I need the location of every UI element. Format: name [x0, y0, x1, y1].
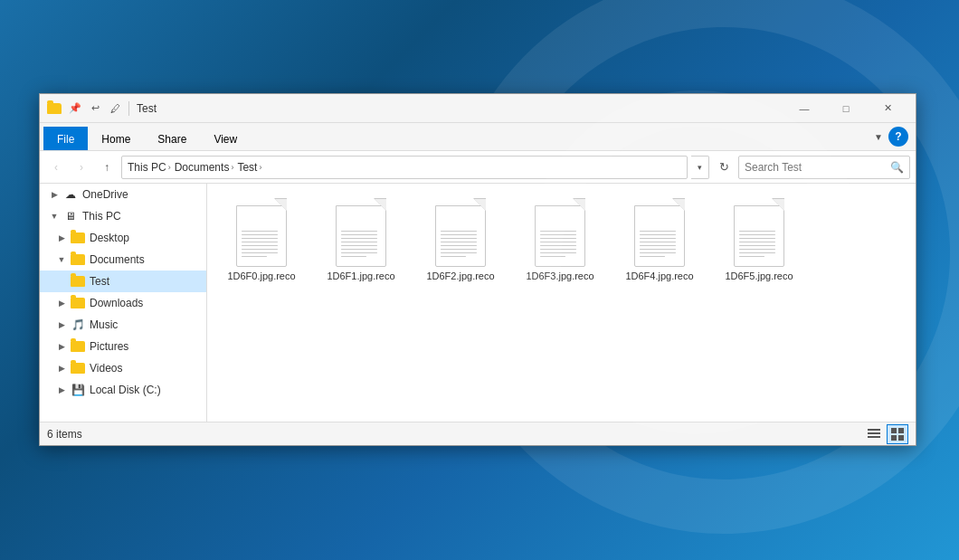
file-name-2: 1D6F2.jpg.reco [426, 271, 494, 282]
svg-rect-3 [891, 428, 897, 433]
sidebar-item-localdisk[interactable]: ▶ 💾 Local Disk (C:) [40, 379, 206, 401]
ribbon: File Home Share View ▼ ? [40, 123, 916, 151]
file-icon-1 [332, 198, 390, 267]
file-item-4[interactable]: 1D6F4.jpg.reco [614, 193, 705, 288]
main-area: ▶ ☁ OneDrive ▼ 🖥 This PC ▶ Desktop [40, 184, 916, 422]
title-separator [128, 101, 129, 116]
svg-rect-5 [891, 435, 897, 441]
file-icon-3 [531, 198, 589, 267]
address-bar: ‹ › ↑ This PC › Documents › Test › ▾ ↻ 🔍 [40, 151, 916, 184]
title-bar: 📌 ↩ 🖊 Test — □ ✕ [40, 94, 916, 123]
file-name-0: 1D6F0.jpg.reco [227, 271, 295, 282]
search-input[interactable] [745, 161, 890, 174]
file-explorer-window: 📌 ↩ 🖊 Test — □ ✕ File Home Share View ▼ … [39, 93, 916, 446]
forward-button[interactable]: › [71, 157, 92, 178]
up-button[interactable]: ↑ [96, 157, 118, 178]
pictures-label: Pictures [90, 340, 128, 353]
svg-rect-1 [868, 432, 880, 434]
pictures-toggle[interactable]: ▶ [54, 336, 69, 357]
help-button[interactable]: ? [888, 127, 908, 147]
file-icon-5 [730, 198, 788, 267]
file-name-4: 1D6F4.jpg.reco [625, 271, 693, 282]
search-icon[interactable]: 🔍 [890, 161, 904, 174]
tab-share[interactable]: Share [144, 127, 200, 150]
file-icon-0 [233, 198, 290, 267]
music-folder-icon: 🎵 [69, 316, 87, 334]
sidebar-item-desktop[interactable]: ▶ Desktop [40, 227, 206, 249]
sidebar-item-pictures[interactable]: ▶ Pictures [40, 336, 206, 357]
content-area: 1D6F0.jpg.reco [207, 184, 916, 422]
list-view-icon [868, 428, 880, 441]
downloads-toggle[interactable]: ▶ [54, 292, 69, 314]
status-bar: 6 items [40, 422, 916, 445]
file-name-1: 1D6F1.jpg.reco [327, 271, 394, 282]
desktop-label: Desktop [90, 232, 129, 244]
ribbon-expand-icon[interactable]: ▼ [869, 127, 888, 147]
close-button[interactable]: ✕ [867, 94, 908, 123]
file-icon-4 [631, 198, 688, 267]
sidebar-item-test[interactable]: Test [40, 271, 206, 292]
disk-icon: 💾 [69, 381, 87, 399]
music-label: Music [90, 318, 118, 331]
sidebar: ▶ ☁ OneDrive ▼ 🖥 This PC ▶ Desktop [40, 184, 207, 422]
breadcrumb-test[interactable]: Test › [237, 161, 261, 174]
tab-view[interactable]: View [200, 127, 251, 150]
sidebar-item-downloads[interactable]: ▶ Downloads [40, 292, 206, 314]
sidebar-item-thispc[interactable]: ▼ 🖥 This PC [40, 205, 206, 227]
file-item-1[interactable]: 1D6F1.jpg.reco [316, 193, 406, 288]
sidebar-item-music[interactable]: ▶ 🎵 Music [40, 314, 206, 336]
file-item-2[interactable]: 1D6F2.jpg.reco [415, 193, 506, 288]
quick-access-properties-button[interactable]: 🖊 [105, 99, 125, 119]
sidebar-item-documents[interactable]: ▼ Documents [40, 249, 206, 271]
svg-rect-6 [898, 435, 904, 441]
sidebar-item-onedrive[interactable]: ▶ ☁ OneDrive [40, 184, 206, 205]
onedrive-toggle[interactable]: ▶ [47, 184, 62, 205]
test-folder-icon [69, 272, 87, 290]
localdisk-toggle[interactable]: ▶ [54, 379, 69, 401]
test-label: Test [90, 275, 109, 288]
window-title: Test [137, 102, 783, 115]
breadcrumb-documents[interactable]: Documents › [175, 161, 234, 174]
address-path[interactable]: This PC › Documents › Test › [121, 156, 688, 179]
tab-home[interactable]: Home [88, 127, 144, 150]
documents-label: Documents [90, 253, 145, 266]
localdisk-label: Local Disk (C:) [90, 384, 161, 396]
videos-toggle[interactable]: ▶ [54, 357, 69, 379]
file-item-3[interactable]: 1D6F3.jpg.reco [515, 193, 605, 288]
refresh-button[interactable]: ↻ [713, 157, 735, 178]
svg-rect-4 [898, 428, 904, 433]
search-box[interactable]: 🔍 [738, 156, 910, 179]
tab-file[interactable]: File [43, 127, 88, 150]
desktop-toggle[interactable]: ▶ [54, 227, 69, 249]
svg-rect-2 [868, 436, 880, 438]
svg-rect-0 [868, 429, 880, 431]
maximize-button[interactable]: □ [825, 94, 867, 123]
downloads-folder-icon [69, 294, 87, 312]
desktop-folder-icon [69, 229, 87, 247]
view-list-button[interactable] [863, 424, 885, 444]
sidebar-item-videos[interactable]: ▶ Videos [40, 357, 206, 379]
grid-view-icon [891, 428, 904, 441]
minimize-button[interactable]: — [783, 94, 825, 123]
test-toggle [62, 271, 69, 292]
file-name-5: 1D6F5.jpg.reco [725, 271, 793, 282]
cloud-icon: ☁ [62, 185, 80, 204]
quick-access-pin-button[interactable]: 📌 [65, 99, 85, 119]
file-item-5[interactable]: 1D6F5.jpg.reco [714, 193, 804, 288]
file-item-0[interactable]: 1D6F0.jpg.reco [216, 193, 307, 288]
title-folder-icon [47, 101, 62, 116]
status-item-count: 6 items [47, 428, 863, 441]
videos-folder-icon [69, 359, 87, 377]
downloads-label: Downloads [90, 297, 143, 309]
quick-access-undo-button[interactable]: ↩ [85, 99, 105, 119]
view-grid-button[interactable] [887, 424, 908, 444]
documents-toggle[interactable]: ▼ [54, 249, 69, 271]
onedrive-label: OneDrive [82, 188, 128, 201]
address-dropdown-button[interactable]: ▾ [691, 156, 709, 179]
pictures-folder-icon [69, 337, 87, 356]
thispc-toggle[interactable]: ▼ [47, 205, 62, 227]
ribbon-tabs: File Home Share View ▼ ? [40, 123, 916, 150]
breadcrumb-this-pc[interactable]: This PC › [128, 161, 171, 174]
back-button[interactable]: ‹ [45, 157, 67, 178]
music-toggle[interactable]: ▶ [54, 314, 69, 336]
